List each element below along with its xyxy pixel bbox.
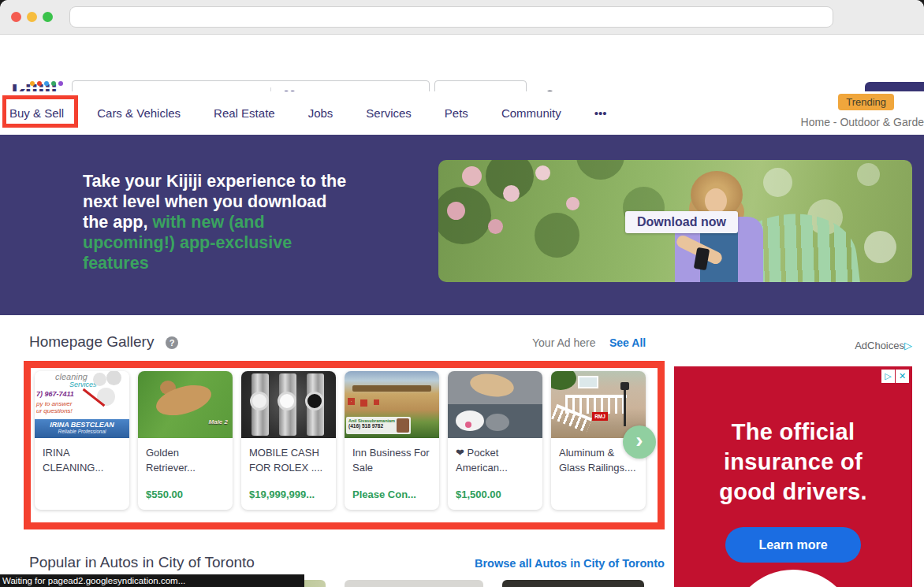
- download-now-button[interactable]: Download now: [625, 211, 738, 233]
- ad-headline: The official insurance of good drivers.: [694, 417, 892, 507]
- minimize-window-button[interactable]: [27, 12, 37, 22]
- see-all-link[interactable]: See All: [609, 336, 646, 349]
- trending-link[interactable]: Home - Outdoor & Garde: [801, 116, 924, 128]
- nav-item-cars-vehicles[interactable]: Cars & Vehicles: [97, 106, 181, 120]
- close-window-button[interactable]: [11, 12, 21, 22]
- nav-item-jobs[interactable]: Jobs: [308, 106, 333, 120]
- auto-listing-thumb[interactable]: [502, 580, 644, 587]
- insurance-ad[interactable]: ▷ ✕ The official insurance of good drive…: [674, 366, 912, 587]
- zoom-window-button[interactable]: [43, 12, 53, 22]
- app-promo-banner: Take your Kijiji experience to the next …: [0, 135, 924, 315]
- nav-item-more-icon[interactable]: •••: [594, 106, 607, 120]
- adchoices-icon: ▷: [904, 340, 912, 351]
- browser-titlebar: [0, 0, 924, 35]
- nav-item-services[interactable]: Services: [366, 106, 412, 120]
- annotation-box-buy-sell: [2, 95, 78, 128]
- browser-window: kijiji All categories Search: [0, 0, 924, 587]
- hero-image[interactable]: Download now: [438, 160, 912, 282]
- carousel-next-button[interactable]: ›: [623, 425, 656, 459]
- category-nav: Buy & Sell Cars & Vehicles Real Estate J…: [0, 91, 924, 135]
- flowers-art: [438, 160, 439, 161]
- trending-badge: Trending: [838, 94, 894, 110]
- auto-listing-thumb[interactable]: [345, 580, 483, 587]
- learn-more-button[interactable]: Learn more: [725, 527, 861, 563]
- status-bar: Waiting for pagead2.googlesyndication.co…: [0, 574, 304, 587]
- bokeh-art: [438, 160, 439, 161]
- gallery-title: Homepage Gallery: [29, 333, 154, 351]
- foliage-art: [438, 160, 439, 161]
- nav-item-real-estate[interactable]: Real Estate: [214, 106, 275, 120]
- nav-item-pets[interactable]: Pets: [445, 106, 468, 120]
- ad-circle-art: [730, 570, 856, 587]
- ad-info-icon[interactable]: ▷: [881, 370, 895, 383]
- person-face-art: [705, 188, 727, 214]
- help-icon[interactable]: ?: [166, 336, 178, 349]
- your-ad-here-label: Your Ad here: [532, 336, 595, 349]
- nav-item-community[interactable]: Community: [501, 106, 561, 120]
- autos-section-title: Popular in Autos in City of Toronto: [29, 554, 255, 571]
- adchoices-label[interactable]: AdChoices▷: [674, 340, 912, 351]
- ad-close-icon[interactable]: ✕: [896, 370, 909, 383]
- annotation-box-gallery: [24, 361, 665, 529]
- site-header: kijiji All categories Search: [0, 35, 924, 91]
- address-bar[interactable]: [69, 6, 833, 28]
- adchoices-text: AdChoices: [855, 340, 904, 351]
- hero-headline: Take your Kijiji experience to the next …: [83, 171, 347, 273]
- browse-autos-link[interactable]: Browse all Autos in City of Toronto: [475, 557, 665, 570]
